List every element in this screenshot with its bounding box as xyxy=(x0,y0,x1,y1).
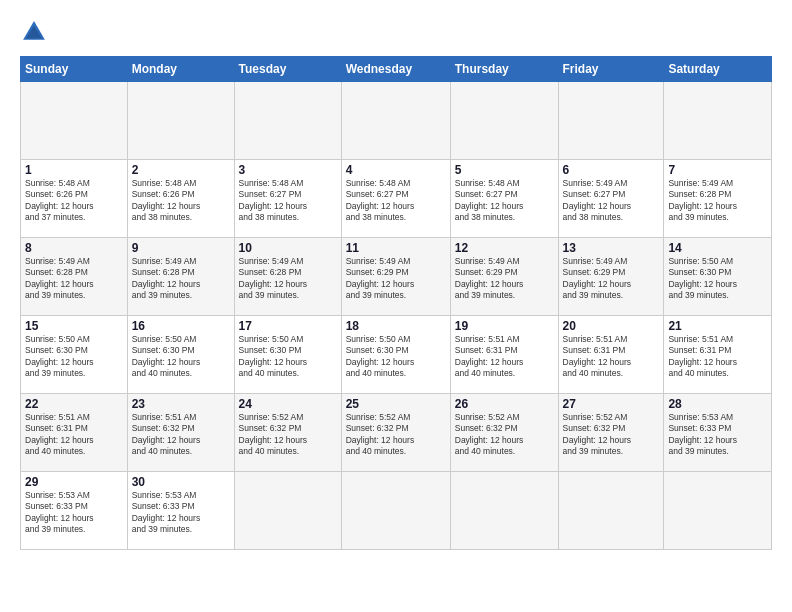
day-info: Sunrise: 5:49 AM Sunset: 6:28 PM Dayligh… xyxy=(132,256,230,302)
calendar-cell: 7Sunrise: 5:49 AM Sunset: 6:28 PM Daylig… xyxy=(664,160,772,238)
calendar-cell: 19Sunrise: 5:51 AM Sunset: 6:31 PM Dayli… xyxy=(450,316,558,394)
day-number: 10 xyxy=(239,241,337,255)
calendar-cell xyxy=(558,472,664,550)
calendar-cell xyxy=(127,82,234,160)
calendar-cell: 29Sunrise: 5:53 AM Sunset: 6:33 PM Dayli… xyxy=(21,472,128,550)
day-number: 27 xyxy=(563,397,660,411)
day-info: Sunrise: 5:50 AM Sunset: 6:30 PM Dayligh… xyxy=(239,334,337,380)
day-info: Sunrise: 5:51 AM Sunset: 6:31 PM Dayligh… xyxy=(455,334,554,380)
calendar-table: SundayMondayTuesdayWednesdayThursdayFrid… xyxy=(20,56,772,550)
day-number: 1 xyxy=(25,163,123,177)
calendar-cell: 25Sunrise: 5:52 AM Sunset: 6:32 PM Dayli… xyxy=(341,394,450,472)
calendar-cell: 6Sunrise: 5:49 AM Sunset: 6:27 PM Daylig… xyxy=(558,160,664,238)
day-of-week-header: Sunday xyxy=(21,57,128,82)
day-number: 13 xyxy=(563,241,660,255)
day-info: Sunrise: 5:48 AM Sunset: 6:27 PM Dayligh… xyxy=(239,178,337,224)
calendar-cell: 2Sunrise: 5:48 AM Sunset: 6:26 PM Daylig… xyxy=(127,160,234,238)
day-of-week-header: Thursday xyxy=(450,57,558,82)
day-number: 12 xyxy=(455,241,554,255)
calendar-week-row: 22Sunrise: 5:51 AM Sunset: 6:31 PM Dayli… xyxy=(21,394,772,472)
day-number: 14 xyxy=(668,241,767,255)
calendar-week-row: 8Sunrise: 5:49 AM Sunset: 6:28 PM Daylig… xyxy=(21,238,772,316)
day-info: Sunrise: 5:49 AM Sunset: 6:29 PM Dayligh… xyxy=(346,256,446,302)
day-info: Sunrise: 5:50 AM Sunset: 6:30 PM Dayligh… xyxy=(132,334,230,380)
calendar-cell: 22Sunrise: 5:51 AM Sunset: 6:31 PM Dayli… xyxy=(21,394,128,472)
day-number: 4 xyxy=(346,163,446,177)
calendar-cell: 14Sunrise: 5:50 AM Sunset: 6:30 PM Dayli… xyxy=(664,238,772,316)
calendar-cell xyxy=(558,82,664,160)
day-number: 24 xyxy=(239,397,337,411)
logo-icon xyxy=(20,18,48,46)
day-info: Sunrise: 5:52 AM Sunset: 6:32 PM Dayligh… xyxy=(563,412,660,458)
calendar-cell xyxy=(664,82,772,160)
day-info: Sunrise: 5:49 AM Sunset: 6:28 PM Dayligh… xyxy=(668,178,767,224)
day-info: Sunrise: 5:49 AM Sunset: 6:29 PM Dayligh… xyxy=(563,256,660,302)
calendar-cell xyxy=(664,472,772,550)
day-number: 25 xyxy=(346,397,446,411)
day-info: Sunrise: 5:51 AM Sunset: 6:32 PM Dayligh… xyxy=(132,412,230,458)
calendar-cell: 27Sunrise: 5:52 AM Sunset: 6:32 PM Dayli… xyxy=(558,394,664,472)
day-info: Sunrise: 5:53 AM Sunset: 6:33 PM Dayligh… xyxy=(25,490,123,536)
calendar-cell: 21Sunrise: 5:51 AM Sunset: 6:31 PM Dayli… xyxy=(664,316,772,394)
calendar-week-row: 1Sunrise: 5:48 AM Sunset: 6:26 PM Daylig… xyxy=(21,160,772,238)
calendar-cell: 18Sunrise: 5:50 AM Sunset: 6:30 PM Dayli… xyxy=(341,316,450,394)
day-of-week-header: Wednesday xyxy=(341,57,450,82)
day-number: 21 xyxy=(668,319,767,333)
day-info: Sunrise: 5:52 AM Sunset: 6:32 PM Dayligh… xyxy=(346,412,446,458)
calendar-cell xyxy=(234,472,341,550)
calendar-cell: 20Sunrise: 5:51 AM Sunset: 6:31 PM Dayli… xyxy=(558,316,664,394)
calendar-cell: 11Sunrise: 5:49 AM Sunset: 6:29 PM Dayli… xyxy=(341,238,450,316)
day-number: 2 xyxy=(132,163,230,177)
day-info: Sunrise: 5:48 AM Sunset: 6:27 PM Dayligh… xyxy=(455,178,554,224)
day-info: Sunrise: 5:48 AM Sunset: 6:26 PM Dayligh… xyxy=(132,178,230,224)
day-number: 15 xyxy=(25,319,123,333)
day-info: Sunrise: 5:50 AM Sunset: 6:30 PM Dayligh… xyxy=(668,256,767,302)
calendar-cell xyxy=(450,82,558,160)
calendar-cell xyxy=(450,472,558,550)
day-info: Sunrise: 5:53 AM Sunset: 6:33 PM Dayligh… xyxy=(668,412,767,458)
day-info: Sunrise: 5:49 AM Sunset: 6:28 PM Dayligh… xyxy=(239,256,337,302)
calendar-cell: 5Sunrise: 5:48 AM Sunset: 6:27 PM Daylig… xyxy=(450,160,558,238)
day-info: Sunrise: 5:49 AM Sunset: 6:29 PM Dayligh… xyxy=(455,256,554,302)
calendar-cell: 8Sunrise: 5:49 AM Sunset: 6:28 PM Daylig… xyxy=(21,238,128,316)
calendar-week-row xyxy=(21,82,772,160)
day-of-week-header: Tuesday xyxy=(234,57,341,82)
day-number: 11 xyxy=(346,241,446,255)
calendar-cell: 17Sunrise: 5:50 AM Sunset: 6:30 PM Dayli… xyxy=(234,316,341,394)
calendar-cell: 23Sunrise: 5:51 AM Sunset: 6:32 PM Dayli… xyxy=(127,394,234,472)
calendar-cell: 24Sunrise: 5:52 AM Sunset: 6:32 PM Dayli… xyxy=(234,394,341,472)
calendar-cell: 10Sunrise: 5:49 AM Sunset: 6:28 PM Dayli… xyxy=(234,238,341,316)
day-info: Sunrise: 5:50 AM Sunset: 6:30 PM Dayligh… xyxy=(25,334,123,380)
calendar-cell: 15Sunrise: 5:50 AM Sunset: 6:30 PM Dayli… xyxy=(21,316,128,394)
calendar-cell: 30Sunrise: 5:53 AM Sunset: 6:33 PM Dayli… xyxy=(127,472,234,550)
page: SundayMondayTuesdayWednesdayThursdayFrid… xyxy=(0,0,792,612)
calendar-cell: 16Sunrise: 5:50 AM Sunset: 6:30 PM Dayli… xyxy=(127,316,234,394)
day-number: 28 xyxy=(668,397,767,411)
day-number: 20 xyxy=(563,319,660,333)
calendar-cell: 28Sunrise: 5:53 AM Sunset: 6:33 PM Dayli… xyxy=(664,394,772,472)
day-number: 18 xyxy=(346,319,446,333)
calendar-cell xyxy=(341,82,450,160)
day-info: Sunrise: 5:48 AM Sunset: 6:27 PM Dayligh… xyxy=(346,178,446,224)
logo xyxy=(20,18,52,46)
calendar-cell: 1Sunrise: 5:48 AM Sunset: 6:26 PM Daylig… xyxy=(21,160,128,238)
day-info: Sunrise: 5:50 AM Sunset: 6:30 PM Dayligh… xyxy=(346,334,446,380)
day-info: Sunrise: 5:51 AM Sunset: 6:31 PM Dayligh… xyxy=(563,334,660,380)
day-number: 22 xyxy=(25,397,123,411)
day-number: 17 xyxy=(239,319,337,333)
day-info: Sunrise: 5:48 AM Sunset: 6:26 PM Dayligh… xyxy=(25,178,123,224)
day-info: Sunrise: 5:52 AM Sunset: 6:32 PM Dayligh… xyxy=(455,412,554,458)
day-info: Sunrise: 5:51 AM Sunset: 6:31 PM Dayligh… xyxy=(25,412,123,458)
header xyxy=(20,18,772,46)
day-of-week-header: Monday xyxy=(127,57,234,82)
day-info: Sunrise: 5:49 AM Sunset: 6:28 PM Dayligh… xyxy=(25,256,123,302)
calendar-cell: 4Sunrise: 5:48 AM Sunset: 6:27 PM Daylig… xyxy=(341,160,450,238)
day-info: Sunrise: 5:52 AM Sunset: 6:32 PM Dayligh… xyxy=(239,412,337,458)
calendar-cell: 3Sunrise: 5:48 AM Sunset: 6:27 PM Daylig… xyxy=(234,160,341,238)
day-number: 19 xyxy=(455,319,554,333)
day-info: Sunrise: 5:51 AM Sunset: 6:31 PM Dayligh… xyxy=(668,334,767,380)
calendar-cell: 9Sunrise: 5:49 AM Sunset: 6:28 PM Daylig… xyxy=(127,238,234,316)
day-of-week-header: Friday xyxy=(558,57,664,82)
day-number: 30 xyxy=(132,475,230,489)
calendar-cell: 13Sunrise: 5:49 AM Sunset: 6:29 PM Dayli… xyxy=(558,238,664,316)
